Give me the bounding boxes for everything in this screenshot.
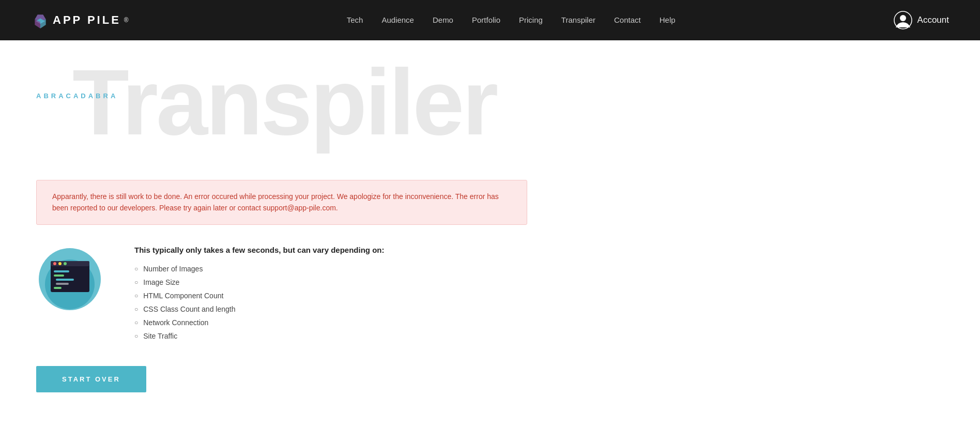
svg-rect-14 [54,270,69,272]
svg-rect-15 [54,274,64,277]
list-item: CSS Class Count and length [134,305,949,313]
logo[interactable]: APP PILE® [31,12,129,28]
svg-rect-10 [51,261,89,266]
logo-text: APP PILE [53,13,121,27]
main-content: Transpiler ABRACADABRA Apparantly, there… [0,40,980,423]
navbar: APP PILE® Tech Audience Demo Portfolio P… [0,0,980,40]
code-illustration [36,246,103,313]
nav-help[interactable]: Help [660,16,676,24]
list-item: Image Size [134,278,949,286]
svg-point-12 [58,262,62,265]
nav-demo[interactable]: Demo [433,16,453,24]
list-item: Site Traffic [134,332,949,340]
nav-tech[interactable]: Tech [347,16,363,24]
list-item: Network Connection [134,318,949,327]
svg-point-11 [53,262,56,265]
svg-rect-18 [54,287,62,289]
hero-section: Transpiler ABRACADABRA [31,51,949,164]
nav-menu: Tech Audience Demo Portfolio Pricing Tra… [347,16,676,25]
nav-transpiler[interactable]: Transpiler [561,16,595,24]
hero-subtitle: ABRACADABRA [36,92,949,100]
list-item: HTML Component Count [134,292,949,300]
logo-icon [31,12,50,28]
svg-rect-16 [56,279,74,281]
nav-audience[interactable]: Audience [381,16,414,24]
account-label: Account [917,15,949,25]
nav-contact[interactable]: Contact [614,16,641,24]
error-message: Apparantly, there is still work to be do… [52,191,511,214]
list-item: Number of Images [134,265,949,273]
nav-portfolio[interactable]: Portfolio [472,16,500,24]
svg-point-6 [900,15,906,21]
logo-reg: ® [124,17,129,24]
svg-point-13 [64,262,67,265]
info-title: This typically only takes a few seconds,… [134,246,949,254]
start-over-button[interactable]: START OVER [36,366,146,392]
error-banner: Apparantly, there is still work to be do… [36,180,527,225]
account-icon [894,11,912,29]
hero-label: ABRACADABRA [31,51,949,100]
content-section: This typically only takes a few seconds,… [36,246,949,345]
svg-rect-17 [56,283,69,285]
nav-pricing[interactable]: Pricing [519,16,543,24]
account-button[interactable]: Account [894,11,949,29]
info-list: Number of Images Image Size HTML Compone… [134,265,949,340]
info-section: This typically only takes a few seconds,… [134,246,949,345]
